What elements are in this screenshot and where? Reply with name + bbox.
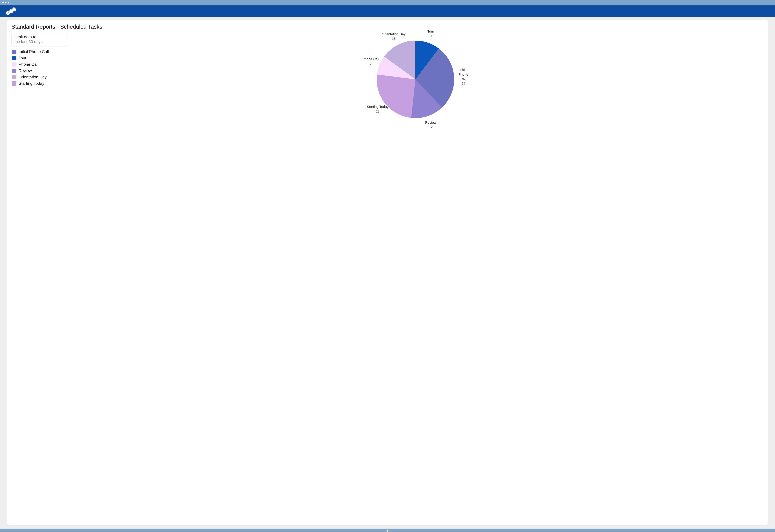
window-dot[interactable] [2, 2, 4, 3]
filter-value: the last 30 days [14, 39, 64, 44]
content-area: Standard Reports - Scheduled Tasks Limit… [0, 17, 775, 529]
page-title: Standard Reports - Scheduled Tasks [11, 24, 764, 30]
legend-item[interactable]: Initial Phone Call [12, 49, 67, 54]
window-dot[interactable] [8, 2, 9, 3]
legend-label: Initial Phone Call [19, 49, 49, 54]
window-dot[interactable] [5, 2, 7, 3]
legend-label: Review [19, 68, 32, 73]
slice-label: Orientation Day13 [382, 32, 406, 41]
legend-item[interactable]: Starting Today [12, 81, 67, 86]
pie-chart: Tour9Initial Phone Call24Review12Startin… [352, 33, 479, 126]
bottom-bar [0, 529, 775, 532]
legend-item[interactable]: Tour [12, 56, 67, 60]
legend-swatch [12, 50, 16, 54]
slice-label: Tour9 [428, 29, 434, 38]
logo-icon [5, 7, 17, 16]
legend-swatch [12, 75, 16, 79]
bottom-dot [386, 530, 389, 532]
slice-label: Review12 [425, 120, 436, 129]
legend-item[interactable]: Review [12, 68, 67, 73]
legend-swatch [12, 81, 16, 86]
legend-label: Starting Today [19, 81, 44, 86]
slice-label: Phone Call7 [362, 57, 379, 66]
filter-label: Limit data to [14, 35, 64, 39]
chart-column: Tour9Initial Phone Call24Review12Startin… [67, 33, 764, 521]
window-titlebar [0, 0, 775, 5]
report-card: Standard Reports - Scheduled Tasks Limit… [7, 20, 768, 525]
navbar [0, 5, 775, 17]
slice-label: Starting Today22 [367, 104, 389, 114]
filter-selector[interactable]: Limit data to the last 30 days [11, 33, 67, 46]
chart-legend: Initial Phone CallTourPhone CallReviewOr… [11, 49, 67, 86]
legend-label: Orientation Day [19, 75, 47, 79]
slice-label: Initial Phone Call24 [456, 68, 471, 86]
legend-label: Phone Call [19, 62, 38, 67]
legend-swatch [12, 69, 16, 73]
legend-item[interactable]: Orientation Day [12, 75, 67, 79]
window-controls [2, 2, 9, 3]
legend-label: Tour [19, 56, 26, 60]
legend-swatch [12, 62, 16, 67]
sidebar-column: Limit data to the last 30 days Initial P… [11, 33, 67, 521]
legend-item[interactable]: Phone Call [12, 62, 67, 67]
legend-swatch [12, 56, 16, 60]
